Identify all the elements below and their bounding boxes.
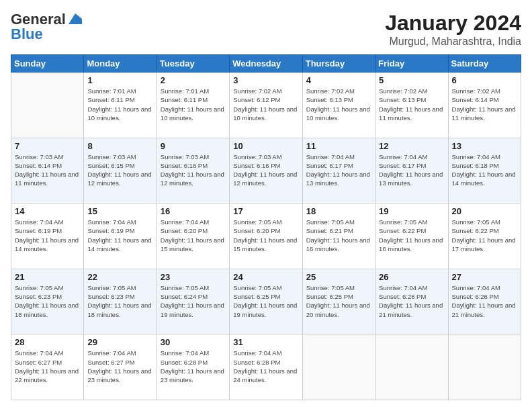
- day-info: Sunrise: 7:04 AMSunset: 6:20 PMDaylight:…: [161, 218, 226, 253]
- day-info: Sunrise: 7:04 AMSunset: 6:26 PMDaylight:…: [452, 283, 517, 319]
- day-number: 4: [306, 75, 371, 85]
- day-number: 22: [87, 272, 152, 282]
- day-info: Sunrise: 7:01 AMSunset: 6:11 PMDaylight:…: [87, 87, 152, 122]
- day-number: 30: [161, 337, 226, 347]
- day-number: 20: [452, 206, 517, 216]
- calendar-cell: 24Sunrise: 7:05 AMSunset: 6:25 PMDayligh…: [230, 269, 302, 334]
- day-info: Sunrise: 7:05 AMSunset: 6:25 PMDaylight:…: [306, 283, 371, 319]
- calendar-cell: 16Sunrise: 7:04 AMSunset: 6:20 PMDayligh…: [157, 203, 229, 269]
- calendar-cell: 17Sunrise: 7:05 AMSunset: 6:20 PMDayligh…: [230, 203, 302, 269]
- day-info: Sunrise: 7:05 AMSunset: 6:24 PMDaylight:…: [161, 283, 226, 319]
- day-number: 25: [306, 272, 371, 282]
- header: General Blue January 2024 Murgud, Mahara…: [11, 11, 521, 48]
- day-info: Sunrise: 7:02 AMSunset: 6:13 PMDaylight:…: [306, 87, 371, 122]
- calendar-cell: 30Sunrise: 7:04 AMSunset: 6:28 PMDayligh…: [157, 334, 229, 400]
- title-area: January 2024 Murgud, Maharashtra, India: [385, 11, 521, 48]
- day-info: Sunrise: 7:03 AMSunset: 6:14 PMDaylight:…: [15, 152, 80, 188]
- day-header-sunday: Sunday: [11, 55, 84, 73]
- calendar-cell: 3Sunrise: 7:02 AMSunset: 6:12 PMDaylight…: [230, 73, 302, 138]
- day-number: 5: [379, 75, 444, 85]
- day-info: Sunrise: 7:03 AMSunset: 6:16 PMDaylight:…: [233, 152, 298, 188]
- svg-marker-0: [69, 13, 82, 24]
- calendar-cell: [375, 334, 448, 400]
- day-number: 16: [161, 206, 226, 216]
- calendar-cell: 7Sunrise: 7:03 AMSunset: 6:14 PMDaylight…: [11, 138, 84, 203]
- day-number: 10: [233, 141, 298, 151]
- day-header-wednesday: Wednesday: [230, 55, 302, 73]
- logo-blue: Blue: [11, 26, 43, 43]
- calendar-cell: 4Sunrise: 7:02 AMSunset: 6:13 PMDaylight…: [302, 73, 375, 138]
- day-number: 19: [379, 206, 444, 216]
- calendar-cell: 23Sunrise: 7:05 AMSunset: 6:24 PMDayligh…: [157, 269, 229, 334]
- day-info: Sunrise: 7:05 AMSunset: 6:25 PMDaylight:…: [233, 283, 298, 319]
- day-number: 15: [87, 206, 152, 216]
- calendar-week-row: 28Sunrise: 7:04 AMSunset: 6:27 PMDayligh…: [11, 334, 521, 400]
- day-number: 29: [87, 337, 152, 347]
- day-number: 1: [87, 75, 152, 85]
- day-info: Sunrise: 7:03 AMSunset: 6:15 PMDaylight:…: [87, 152, 152, 188]
- calendar-cell: 19Sunrise: 7:05 AMSunset: 6:22 PMDayligh…: [375, 203, 448, 269]
- logo: General Blue: [11, 11, 82, 43]
- day-info: Sunrise: 7:04 AMSunset: 6:17 PMDaylight:…: [306, 152, 371, 188]
- calendar-cell: 13Sunrise: 7:04 AMSunset: 6:18 PMDayligh…: [448, 138, 521, 203]
- calendar-cell: 2Sunrise: 7:01 AMSunset: 6:11 PMDaylight…: [157, 73, 229, 138]
- day-number: 28: [15, 337, 80, 347]
- day-number: 2: [161, 75, 226, 85]
- day-info: Sunrise: 7:04 AMSunset: 6:19 PMDaylight:…: [87, 218, 152, 253]
- calendar-week-row: 1Sunrise: 7:01 AMSunset: 6:11 PMDaylight…: [11, 73, 521, 138]
- calendar-cell: 11Sunrise: 7:04 AMSunset: 6:17 PMDayligh…: [302, 138, 375, 203]
- day-info: Sunrise: 7:05 AMSunset: 6:22 PMDaylight:…: [452, 218, 517, 253]
- day-info: Sunrise: 7:04 AMSunset: 6:17 PMDaylight:…: [379, 152, 444, 188]
- day-info: Sunrise: 7:05 AMSunset: 6:21 PMDaylight:…: [306, 218, 371, 253]
- calendar-cell: 25Sunrise: 7:05 AMSunset: 6:25 PMDayligh…: [302, 269, 375, 334]
- day-info: Sunrise: 7:03 AMSunset: 6:16 PMDaylight:…: [161, 152, 226, 188]
- calendar-cell: 26Sunrise: 7:04 AMSunset: 6:26 PMDayligh…: [375, 269, 448, 334]
- day-header-monday: Monday: [84, 55, 157, 73]
- day-number: 26: [379, 272, 444, 282]
- day-info: Sunrise: 7:04 AMSunset: 6:28 PMDaylight:…: [233, 349, 298, 384]
- calendar-table: SundayMondayTuesdayWednesdayThursdayFrid…: [11, 54, 521, 400]
- calendar-cell: 21Sunrise: 7:05 AMSunset: 6:23 PMDayligh…: [11, 269, 84, 334]
- day-header-saturday: Saturday: [448, 55, 521, 73]
- calendar-cell: 6Sunrise: 7:02 AMSunset: 6:14 PMDaylight…: [448, 73, 521, 138]
- day-number: 21: [15, 272, 80, 282]
- calendar-week-row: 7Sunrise: 7:03 AMSunset: 6:14 PMDaylight…: [11, 138, 521, 203]
- calendar-cell: 5Sunrise: 7:02 AMSunset: 6:13 PMDaylight…: [375, 73, 448, 138]
- page: General Blue January 2024 Murgud, Mahara…: [0, 0, 532, 411]
- day-number: 24: [233, 272, 298, 282]
- day-header-tuesday: Tuesday: [157, 55, 229, 73]
- day-info: Sunrise: 7:04 AMSunset: 6:28 PMDaylight:…: [161, 349, 226, 384]
- day-number: 23: [161, 272, 226, 282]
- day-number: 3: [233, 75, 298, 85]
- day-number: 7: [15, 141, 80, 151]
- calendar-cell: 10Sunrise: 7:03 AMSunset: 6:16 PMDayligh…: [230, 138, 302, 203]
- day-info: Sunrise: 7:05 AMSunset: 6:23 PMDaylight:…: [15, 283, 80, 319]
- logo-icon: [67, 12, 82, 24]
- calendar-week-row: 21Sunrise: 7:05 AMSunset: 6:23 PMDayligh…: [11, 269, 521, 334]
- day-number: 6: [452, 75, 517, 85]
- day-number: 31: [233, 337, 298, 347]
- day-number: 18: [306, 206, 371, 216]
- day-number: 17: [233, 206, 298, 216]
- day-info: Sunrise: 7:04 AMSunset: 6:27 PMDaylight:…: [87, 349, 152, 384]
- day-info: Sunrise: 7:05 AMSunset: 6:20 PMDaylight:…: [233, 218, 298, 253]
- day-info: Sunrise: 7:02 AMSunset: 6:13 PMDaylight:…: [379, 87, 444, 122]
- calendar-cell: 1Sunrise: 7:01 AMSunset: 6:11 PMDaylight…: [84, 73, 157, 138]
- location: Murgud, Maharashtra, India: [385, 36, 521, 48]
- day-info: Sunrise: 7:05 AMSunset: 6:23 PMDaylight:…: [87, 283, 152, 319]
- calendar-cell: [448, 334, 521, 400]
- day-number: 12: [379, 141, 444, 151]
- month-title: January 2024: [385, 11, 521, 36]
- calendar-cell: [302, 334, 375, 400]
- day-number: 9: [161, 141, 226, 151]
- day-number: 8: [87, 141, 152, 151]
- calendar-cell: 22Sunrise: 7:05 AMSunset: 6:23 PMDayligh…: [84, 269, 157, 334]
- day-info: Sunrise: 7:01 AMSunset: 6:11 PMDaylight:…: [161, 87, 226, 122]
- calendar-cell: [11, 73, 84, 138]
- calendar-header-row: SundayMondayTuesdayWednesdayThursdayFrid…: [11, 55, 521, 73]
- day-info: Sunrise: 7:02 AMSunset: 6:12 PMDaylight:…: [233, 87, 298, 122]
- calendar-cell: 8Sunrise: 7:03 AMSunset: 6:15 PMDaylight…: [84, 138, 157, 203]
- day-number: 13: [452, 141, 517, 151]
- calendar-cell: 12Sunrise: 7:04 AMSunset: 6:17 PMDayligh…: [375, 138, 448, 203]
- calendar-cell: 27Sunrise: 7:04 AMSunset: 6:26 PMDayligh…: [448, 269, 521, 334]
